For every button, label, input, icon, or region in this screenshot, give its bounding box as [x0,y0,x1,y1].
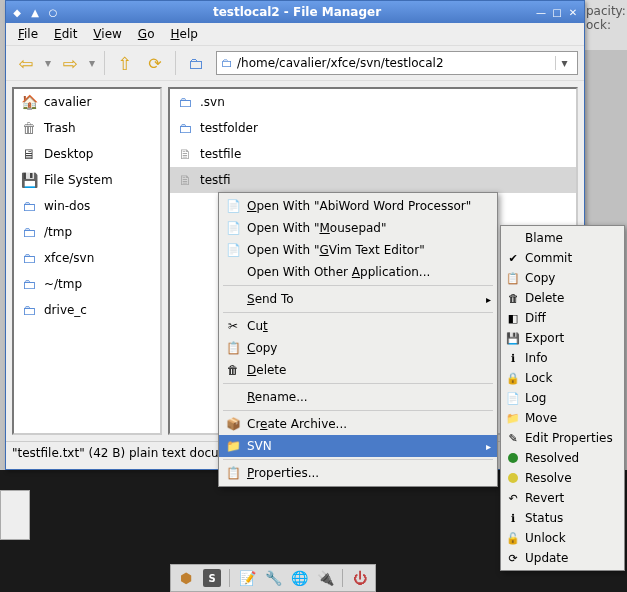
menu-view[interactable]: View [87,25,127,43]
svn-menu-label: Log [525,391,546,405]
menu-item-label: SVN [247,439,272,453]
context-menu-item[interactable]: 🗑Delete [219,359,497,381]
menu-help[interactable]: Help [164,25,203,43]
nav-reload-button[interactable]: ⟳ [141,49,169,77]
context-menu-item[interactable]: 📋Properties... [219,462,497,484]
file-item[interactable]: 🗀.svn [170,89,576,115]
svn-menu-label: Resolve [525,471,572,485]
svn-menu-label: Edit Properties [525,431,613,445]
app-icon: 📄 [225,220,241,236]
context-menu-item[interactable]: 📄Open With "GVim Text Editor" [219,239,497,261]
svn-menu-item[interactable]: ℹStatus [501,508,624,528]
lock-icon: 🔒 [505,370,521,386]
sidebar-item[interactable]: 🗀/tmp [14,219,160,245]
context-menu-item[interactable]: Rename... [219,386,497,408]
context-menu-item[interactable]: Send To [219,288,497,310]
window-stick-icon[interactable]: ○ [46,5,60,19]
svn-menu-item[interactable]: ↶Revert [501,488,624,508]
copy-icon: 📋 [505,270,521,286]
svn-menu-item[interactable]: 📁Move [501,408,624,428]
context-menu-item[interactable]: 📁SVN [219,435,497,457]
svn-menu-label: Info [525,351,548,365]
nav-up-button[interactable]: ⇧ [111,49,139,77]
nav-forward-button[interactable]: ⇨ [56,49,84,77]
menu-edit[interactable]: Edit [48,25,83,43]
svn-menu-item[interactable]: 📄Log [501,388,624,408]
svn-menu-label: Update [525,551,568,565]
nav-home-button[interactable]: 🗀 [182,49,210,77]
menu-item-label: Open With "Mousepad" [247,221,387,235]
taskbar-globe-icon[interactable]: 🌐 [290,569,308,587]
taskbar-app-icon[interactable]: S [203,569,221,587]
sidebar-item[interactable]: 🖥Desktop [14,141,160,167]
svn-menu-item[interactable]: Resolve [501,468,624,488]
taskbar-plugin-icon[interactable]: 🔌 [316,569,334,587]
app-icon: 📄 [225,198,241,214]
taskbar-config-icon[interactable]: 🔧 [264,569,282,587]
menu-item-label: Cut [247,319,268,333]
toolbar-separator [175,51,176,75]
window-shade-icon[interactable]: ▲ [28,5,42,19]
sidebar-item[interactable]: 🗀drive_c [14,297,160,323]
background-window-fragment [0,490,30,540]
context-menu-item[interactable]: 📋Copy [219,337,497,359]
svn-menu-item[interactable]: 🔒Lock [501,368,624,388]
file-item[interactable]: 🗀testfolder [170,115,576,141]
nav-back-button[interactable]: ⇦ [12,49,40,77]
cut-icon: ✂ [225,318,241,334]
titlebar[interactable]: ◆ ▲ ○ testlocal2 - File Manager — □ ✕ [6,1,584,23]
location-dropdown-icon[interactable]: ▾ [555,56,573,70]
window-menu-icon[interactable]: ◆ [10,5,24,19]
svn-menu-label: Delete [525,291,564,305]
nav-forward-dropdown[interactable]: ▾ [86,49,98,77]
svn-menu-item[interactable]: ✔Commit [501,248,624,268]
maximize-icon[interactable]: □ [550,5,564,19]
context-menu-item[interactable]: Open With Other Application... [219,261,497,283]
menu-item-label: Copy [247,341,277,355]
taskbar-logout-icon[interactable]: ⏻ [351,569,369,587]
sidebar-item[interactable]: 💾File System [14,167,160,193]
svn-menu-item[interactable]: 📋Copy [501,268,624,288]
svn-menu-item[interactable]: 🗑Delete [501,288,624,308]
check-icon: ✔ [505,250,521,266]
sidebar-item[interactable]: 🗀win-dos [14,193,160,219]
context-menu-item[interactable]: 📄Open With "AbiWord Word Processor" [219,195,497,217]
svn-menu-item[interactable]: Resolved [501,448,624,468]
svn-icon: 📁 [225,438,241,454]
svn-menu-label: Lock [525,371,552,385]
context-menu-item[interactable]: 📦Create Archive... [219,413,497,435]
menu-item-label: Create Archive... [247,417,347,431]
sidebar-item-label: Desktop [44,147,94,161]
sidebar-item[interactable]: 🗀~/tmp [14,271,160,297]
svn-menu-item[interactable]: 💾Export [501,328,624,348]
context-menu-item[interactable]: 📄Open With "Mousepad" [219,217,497,239]
nav-back-dropdown[interactable]: ▾ [42,49,54,77]
minimize-icon[interactable]: — [534,5,548,19]
svn-menu-item[interactable]: ✎Edit Properties [501,428,624,448]
location-bar[interactable]: 🗀 /home/cavalier/xfce/svn/testlocal2 ▾ [216,51,578,75]
svn-menu-item[interactable]: ◧Diff [501,308,624,328]
dot-y-icon [505,470,521,486]
menu-separator [223,383,493,384]
sidebar-item[interactable]: 🗑Trash [14,115,160,141]
svn-menu-item[interactable]: 🔓Unlock [501,528,624,548]
menu-file[interactable]: File [12,25,44,43]
arrow-left-icon: ⇦ [18,53,33,74]
svn-menu-item[interactable]: Blame [501,228,624,248]
sidebar-item[interactable]: 🗀xfce/svn [14,245,160,271]
sidebar-item[interactable]: 🏠cavalier [14,89,160,115]
menu-go[interactable]: Go [132,25,161,43]
file-item[interactable]: 🗎testfi [170,167,576,193]
menu-item-label: Open With Other Application... [247,265,430,279]
info-icon: ℹ [505,350,521,366]
file-item[interactable]: 🗎testfile [170,141,576,167]
svn-menu-item[interactable]: ℹInfo [501,348,624,368]
arrow-right-icon: ⇨ [62,53,77,74]
blank-icon [505,230,521,246]
sidebar-item-label: cavalier [44,95,91,109]
close-icon[interactable]: ✕ [566,5,580,19]
svn-menu-item[interactable]: ⟳Update [501,548,624,568]
taskbar-note-icon[interactable]: 📝 [238,569,256,587]
taskbar-shield-icon[interactable]: ⬢ [177,569,195,587]
context-menu-item[interactable]: ✂Cut [219,315,497,337]
